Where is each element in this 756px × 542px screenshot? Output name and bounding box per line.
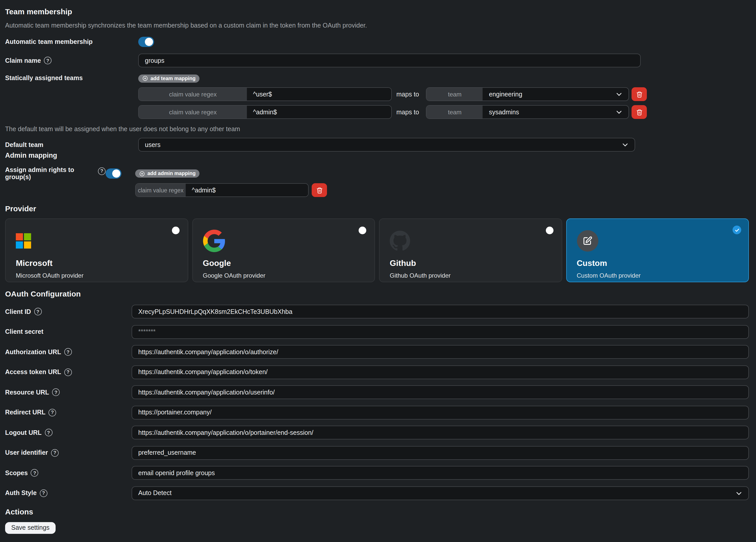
client-id-label: Client ID ? [5, 308, 132, 316]
edit-pencil-icon [582, 236, 593, 246]
provider-radio[interactable] [359, 226, 366, 234]
provider-card-microsoft[interactable]: Microsoft Microsoft OAuth provider [5, 218, 188, 282]
provider-card-description: Microsoft OAuth provider [16, 272, 177, 279]
auth-style-select[interactable]: Auto Detect [132, 486, 749, 500]
logout-url-label: Logout URL ? [5, 429, 132, 436]
help-icon[interactable]: ? [40, 489, 47, 497]
trash-icon [636, 91, 643, 98]
help-icon[interactable]: ? [45, 429, 52, 436]
oauth-settings-page: Team membership Automatic team membershi… [0, 0, 756, 542]
claim-name-label: Claim name ? [5, 57, 138, 64]
default-team-select[interactable]: users [138, 138, 635, 151]
help-icon[interactable]: ? [52, 388, 60, 396]
provider-card-description: Github OAuth provider [390, 272, 551, 279]
trash-icon [636, 108, 643, 116]
delete-mapping-button[interactable] [632, 105, 647, 119]
provider-card-description: Google OAuth provider [203, 272, 364, 279]
provider-card-description: Custom OAuth provider [577, 272, 738, 279]
user-identifier-input[interactable] [132, 446, 749, 460]
github-logo-icon [390, 231, 410, 251]
check-icon [734, 227, 739, 232]
assign-admin-rights-toggle[interactable] [106, 168, 121, 179]
help-icon[interactable]: ? [34, 308, 42, 316]
statically-assigned-teams-label: Statically assigned teams [5, 74, 138, 82]
team-addon: team [427, 88, 483, 100]
provider-card-title: Google [203, 259, 364, 268]
logout-url-input[interactable] [132, 426, 749, 439]
save-settings-button[interactable]: Save settings [5, 522, 56, 534]
microsoft-logo-icon [16, 233, 31, 248]
default-team-hint: The default team will be assigned when t… [5, 125, 756, 133]
access-token-url-label: Access token URL ? [5, 368, 132, 376]
provider-radio[interactable] [546, 226, 553, 234]
chevron-down-icon [616, 91, 623, 97]
user-identifier-label: User identifier ? [5, 449, 132, 457]
add-admin-mapping-button[interactable]: add admin mapping [135, 169, 200, 177]
toggle-knob [145, 38, 153, 46]
help-icon[interactable]: ? [64, 348, 72, 356]
selected-check-badge [733, 225, 741, 234]
automatic-team-membership-toggle[interactable] [138, 37, 154, 47]
toggle-knob [112, 169, 120, 177]
default-team-label: Default team [5, 141, 138, 148]
provider-card-google[interactable]: Google Google OAuth provider [192, 218, 375, 282]
provider-card-title: Microsoft [16, 259, 177, 268]
provider-card-custom[interactable]: Custom Custom OAuth provider [566, 218, 749, 282]
chevron-down-icon [736, 490, 742, 496]
claim-value-regex-addon: claim value regex [139, 88, 247, 100]
team-select[interactable]: sysadmins [483, 106, 629, 118]
help-icon[interactable]: ? [64, 368, 72, 376]
chevron-down-icon [616, 109, 623, 115]
delete-mapping-button[interactable] [632, 87, 647, 101]
automatic-team-membership-label: Automatic team membership [5, 38, 138, 45]
section-title-provider: Provider [5, 197, 756, 213]
chevron-down-icon [622, 141, 628, 148]
maps-to-label: maps to [396, 91, 419, 98]
maps-to-label: maps to [396, 108, 419, 116]
plus-circle-icon [142, 75, 148, 81]
provider-radio[interactable] [172, 226, 179, 234]
add-team-mapping-button[interactable]: add team mapping [138, 74, 200, 82]
trash-icon [316, 186, 323, 194]
claim-value-regex-input[interactable] [247, 88, 391, 100]
team-addon: team [427, 106, 483, 118]
client-secret-input[interactable] [132, 325, 749, 339]
client-id-input[interactable] [132, 305, 749, 319]
section-title-oauth-configuration: OAuth Configuration [5, 282, 756, 299]
help-icon[interactable]: ? [98, 167, 106, 175]
resource-url-label: Resource URL ? [5, 388, 132, 396]
section-title-admin-mapping: Admin mapping [5, 151, 756, 160]
help-icon[interactable]: ? [44, 57, 52, 64]
authorization-url-input[interactable] [132, 345, 749, 359]
help-icon[interactable]: ? [48, 409, 56, 416]
help-icon[interactable]: ? [51, 449, 59, 457]
provider-card-title: Github [390, 259, 551, 268]
section-title-team-membership: Team membership [5, 0, 756, 16]
admin-mapping-row: claim value regex [135, 183, 756, 197]
auth-style-label: Auth Style ? [5, 489, 132, 497]
google-logo-icon [203, 230, 225, 252]
scopes-input[interactable] [132, 466, 749, 480]
provider-card-github[interactable]: Github Github OAuth provider [379, 218, 562, 282]
team-mapping-row: claim value regex maps to team engineeri… [138, 87, 647, 101]
team-mapping-row: claim value regex maps to team sysadmins [138, 105, 647, 119]
assign-admin-rights-label: Assign admin rights to group(s) ? [5, 166, 106, 181]
redirect-url-input[interactable] [132, 406, 749, 419]
section-title-actions: Actions [5, 500, 756, 516]
client-secret-label: Client secret [5, 328, 132, 335]
claim-name-input[interactable] [138, 54, 641, 67]
claim-value-regex-input[interactable] [186, 184, 308, 196]
claim-value-regex-input[interactable] [247, 106, 391, 118]
help-icon[interactable]: ? [31, 469, 39, 477]
scopes-label: Scopes ? [5, 469, 132, 477]
resource-url-input[interactable] [132, 385, 749, 399]
claim-value-regex-addon: claim value regex [139, 106, 247, 118]
team-membership-description: Automatic team membership synchronizes t… [5, 22, 756, 30]
access-token-url-input[interactable] [132, 365, 749, 379]
claim-value-regex-addon: claim value regex [136, 184, 186, 196]
team-select[interactable]: engineering [483, 88, 629, 100]
provider-card-title: Custom [577, 259, 738, 268]
redirect-url-label: Redirect URL ? [5, 409, 132, 416]
provider-cards: Microsoft Microsoft OAuth provider Googl… [5, 218, 749, 282]
delete-mapping-button[interactable] [312, 183, 327, 197]
